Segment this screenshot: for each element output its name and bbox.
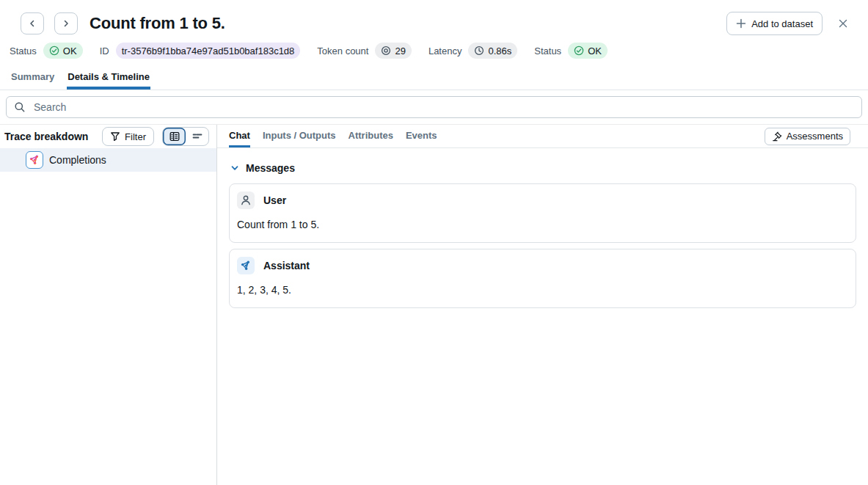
view-toggle [162,127,209,146]
tab-events[interactable]: Events [406,125,437,147]
add-to-dataset-label: Add to dataset [751,18,813,29]
clock-icon [474,45,484,56]
detail-tabs: Chat Inputs / Outputs Attributes Events … [217,125,868,148]
check-circle-icon [49,45,59,56]
detail-view-toggle[interactable] [163,128,186,145]
search-row [0,90,868,125]
tab-summary[interactable]: Summary [10,66,55,90]
tab-attributes[interactable]: Attributes [349,125,393,147]
search-input[interactable] [32,101,854,114]
search-icon [14,101,26,113]
filter-icon [110,131,120,142]
completions-node-icon [26,151,43,169]
timeline-icon [192,131,203,142]
tab-details-timeline[interactable]: Details & Timeline [67,66,150,90]
filter-label: Filter [125,131,146,142]
status2-label: Status [534,45,561,56]
tree-item-completions[interactable]: Completions [0,148,216,172]
message-header: Assistant [237,257,848,274]
latency-badge: 0.86s [468,43,517,59]
message-role: User [263,194,286,206]
token-count-value: 29 [395,45,405,56]
status2-group: Status OK [534,43,608,59]
close-button[interactable] [836,16,850,31]
check-circle-icon [574,45,584,56]
forward-button[interactable] [54,12,78,34]
message-content: 1, 2, 3, 4, 5. [237,284,848,296]
content-split: Trace breakdown Filter [0,125,868,485]
plus-icon [736,18,746,29]
tree-item-label: Completions [49,154,106,166]
latency-value: 0.86s [488,45,511,56]
chat-tab-content: Messages User Count from 1 to 5. [217,148,868,324]
status-value: OK [63,45,77,56]
tab-chat[interactable]: Chat [229,125,250,147]
token-count-group: Token count 29 [317,43,412,59]
add-to-dataset-button[interactable]: Add to dataset [726,12,823,35]
message-header: User [237,192,848,209]
status-label: Status [10,45,37,56]
token-count-badge: 29 [375,43,411,59]
detail-list-icon [169,131,180,142]
tab-inputs-outputs[interactable]: Inputs / Outputs [263,125,336,147]
user-icon [237,192,255,209]
chevron-right-icon [62,19,70,28]
status-group: Status OK [10,43,83,59]
search-box[interactable] [6,96,862,118]
trace-id-group: ID tr-3576b9f1bba74e97ad51b0baf183c1d8 [100,43,301,59]
filter-button[interactable]: Filter [102,127,154,146]
page-title: Count from 1 to 5. [90,14,225,33]
top-bar: Count from 1 to 5. Add to dataset [0,0,868,35]
status2-badge: OK [568,43,608,59]
token-count-label: Token count [317,45,368,56]
trace-breakdown-title: Trace breakdown [4,131,102,142]
token-count-icon [381,45,391,56]
assessments-label: Assessments [787,131,843,142]
trace-id-value[interactable]: tr-3576b9f1bba74e97ad51b0baf183c1d8 [116,43,301,59]
message-content: Count from 1 to 5. [237,219,848,230]
message-card-assistant: Assistant 1, 2, 3, 4, 5. [229,249,856,308]
status-badge: OK [43,43,83,59]
trace-breakdown-panel: Trace breakdown Filter [0,125,217,485]
message-card-user: User Count from 1 to 5. [229,183,856,243]
assessments-button[interactable]: Assessments [765,128,850,145]
span-detail-panel: Chat Inputs / Outputs Attributes Events … [217,125,868,485]
id-label: ID [100,45,109,56]
trace-meta-row: Status OK ID tr-3576b9f1bba74e97ad51b0ba… [0,35,868,66]
latency-group: Latency 0.86s [428,43,517,59]
close-icon [837,18,849,29]
messages-section-header[interactable]: Messages [230,162,856,174]
timeline-view-toggle[interactable] [186,128,208,145]
chevron-down-icon [230,164,239,172]
latency-label: Latency [428,45,462,56]
chevron-left-icon [28,19,37,28]
status2-value: OK [588,45,602,56]
messages-section-title: Messages [246,162,295,174]
trace-breakdown-header: Trace breakdown Filter [0,125,216,148]
back-button[interactable] [21,12,44,34]
page-tabs: Summary Details & Timeline [0,66,868,90]
assistant-icon [237,257,255,274]
message-role: Assistant [263,260,310,271]
gavel-icon [772,131,782,142]
